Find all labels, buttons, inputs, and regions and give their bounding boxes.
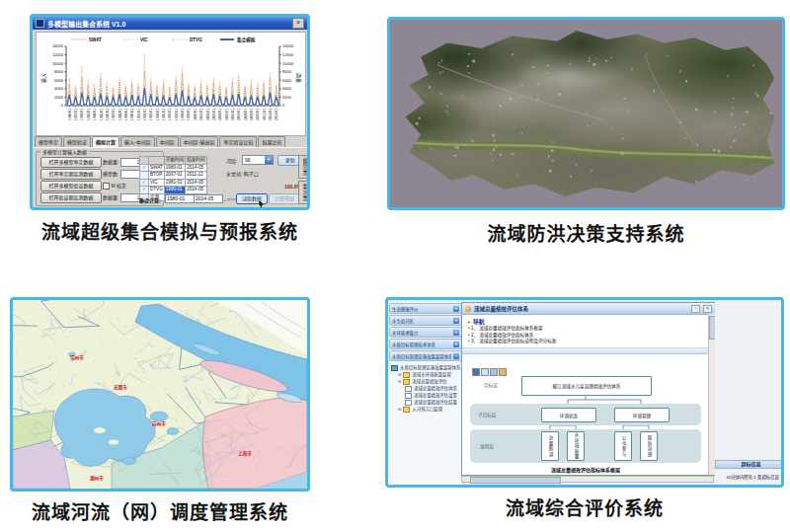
checkbox-icon[interactable] <box>103 183 110 190</box>
toggle-icon[interactable]: ⊟ <box>398 378 401 385</box>
terrain-3d-view[interactable] <box>398 26 778 202</box>
subgoal-box-2: 环境管理 <box>614 408 670 422</box>
tree-item[interactable]: 流域总量绩效评估结果 <box>389 399 462 406</box>
svg-text:1988/01: 1988/01 <box>118 109 122 120</box>
svg-text:2000: 2000 <box>54 95 64 100</box>
tab-4[interactable]: 输入-中间层 <box>120 136 155 147</box>
terrain-overlay <box>398 26 783 207</box>
tab-5[interactable]: 中间层 <box>156 136 179 147</box>
tree-item[interactable]: 水质目标管理实施效果监管体系 <box>389 364 462 371</box>
expand-icon[interactable]: + <box>453 342 459 347</box>
group-title: 多模型计算输入数据 <box>40 148 89 155</box>
svg-text:2002/01: 2002/01 <box>206 109 210 120</box>
toggle-icon[interactable]: ⊞ <box>398 371 401 378</box>
side-tab-1[interactable]: 模拟设置 <box>298 155 308 179</box>
expand-icon[interactable]: + <box>453 318 459 324</box>
system-icon <box>391 365 398 371</box>
minimize-icon[interactable]: ▫ <box>691 305 700 313</box>
table-row[interactable]: BTOP2007-012011-12 <box>140 172 207 180</box>
svg-text:2009/01: 2009/01 <box>250 109 254 120</box>
tab-1[interactable]: 模型率定 <box>35 136 62 147</box>
toggle-icon[interactable]: ⊞ <box>398 406 401 413</box>
sidebar-item-2[interactable]: 水生态分区+ <box>389 315 462 326</box>
clipped-widget <box>536 485 623 488</box>
goal-box: 椒江流域水污染治理绩效评估体系 <box>521 376 652 396</box>
open-data-button-3[interactable]: 打开多模型验证数据 <box>40 181 102 191</box>
sidebar-item-5[interactable]: 水质目标管理实施效果监管体系− <box>389 350 462 361</box>
nav-block: ▸ 导航 • 1、 流域总量绩效评估指标体系框架• 2、 流域总量绩效评估指标体… <box>462 315 715 347</box>
sidebar-item-3[interactable]: 水环境承载力+ <box>389 327 462 338</box>
row-checkbox[interactable] <box>140 172 149 180</box>
document-icon <box>405 400 412 406</box>
reach-combobox[interactable]: 96 ▼ <box>242 155 274 165</box>
reach-label: 河段: <box>226 157 237 164</box>
nav-header: ▸ 导航 <box>468 317 709 326</box>
svg-text:1989/01: 1989/01 <box>124 109 128 120</box>
correction-checkbox: M 校正 <box>103 182 126 190</box>
side-tab-2[interactable]: 集合设置 <box>298 181 308 204</box>
document-icon <box>405 386 412 392</box>
caption-simulation-system: 流域超级集合模拟与预报系统 <box>30 217 310 244</box>
table-row[interactable]: ✓VIC1981-012014-05 <box>140 179 207 187</box>
svg-text:2013/01: 2013/01 <box>275 109 278 120</box>
start-date-input[interactable]: 1980-01 <box>165 194 195 203</box>
city-label: 苏州市 <box>152 420 166 427</box>
start-calc-button[interactable]: 计算开始 <box>269 193 300 204</box>
svg-text:流量: 流量 <box>295 73 302 83</box>
svg-text:1999/01: 1999/01 <box>187 109 191 120</box>
close-icon[interactable]: × <box>292 18 304 29</box>
indicator-diagram: 目标层 椒江流域水污染治理绩效评估体系 子目标层 环境状态 环境管理 准则层 总… <box>470 368 701 473</box>
row-checkbox[interactable]: ✓ <box>140 164 149 172</box>
tree-item[interactable]: ⊞入河排污口监管 <box>389 406 462 413</box>
panel-flood-decision-system <box>387 17 785 210</box>
nav-items: • 1、 流域总量绩效评估指标体系框架• 2、 流域总量绩效评估指标体系• 3、… <box>468 326 709 345</box>
tab-2[interactable]: 模型验证 <box>63 136 91 147</box>
separator-band <box>462 347 715 354</box>
tab-strip: 模型率定模型验证模拟计算输入-中间层中间层中间层-输出层率定验证比较结果比较 <box>35 136 307 147</box>
table-row[interactable]: ✓SWAT1980-012014-05 <box>140 164 207 172</box>
expand-icon[interactable]: + <box>453 306 459 312</box>
window-titlebar: 多模型输出集合系统 V1.0 × <box>33 17 307 30</box>
diagram-caption: 流域总量绩效评估指标体系框架 <box>470 466 701 473</box>
expand-icon[interactable]: − <box>453 353 459 359</box>
river-network-map[interactable]: 常州市无锡市苏州市上海市湖州市 <box>13 300 307 489</box>
cursor-icon <box>258 199 266 209</box>
tree-item[interactable]: ⊟流域总量绩效评估 <box>389 378 462 385</box>
end-date-input[interactable]: 2014-05 <box>194 194 223 203</box>
open-data-button-1[interactable]: 打开多模型率定数据 <box>40 157 102 168</box>
horizontal-scrollbar[interactable] <box>461 476 714 483</box>
table-row[interactable]: ✓DTVG1980-012014-05 <box>140 187 207 194</box>
row-checkbox[interactable]: ✓ <box>140 179 149 187</box>
tree-item[interactable]: 流域总量绩效评估体系 <box>389 385 462 392</box>
expand-icon[interactable]: + <box>453 330 459 336</box>
vertical-scrollbar[interactable] <box>708 314 715 475</box>
scroll-thumb[interactable] <box>470 477 561 484</box>
open-data-button-4[interactable]: 打开验证期实测数据 <box>40 192 102 203</box>
row-checkbox[interactable]: ✓ <box>140 187 149 194</box>
tab-8[interactable]: 结果比较 <box>258 136 285 147</box>
svg-text:2005/01: 2005/01 <box>225 109 229 120</box>
tab-3[interactable]: 模拟计算 <box>92 136 119 147</box>
chevron-down-icon[interactable]: ▼ <box>265 156 273 164</box>
close-icon[interactable]: × <box>703 305 712 313</box>
tab-7[interactable]: 率定验证比较 <box>219 136 257 147</box>
svg-text:1985/01: 1985/01 <box>100 109 104 120</box>
open-data-button-2[interactable]: 打开率定期实测数据 <box>40 169 102 180</box>
folder-icon <box>403 407 410 413</box>
svg-text:1982/01: 1982/01 <box>80 109 84 120</box>
svg-text:1995/01: 1995/01 <box>162 109 166 120</box>
tab-6[interactable]: 中间层-输出层 <box>180 136 219 147</box>
svg-text:2008/01: 2008/01 <box>244 109 248 120</box>
svg-text:VIC: VIC <box>140 38 148 42</box>
sidebar-item-4[interactable]: 水质目标管理技术体系+ <box>389 339 462 349</box>
city-label: 上海市 <box>238 450 252 457</box>
side-vertical-tabs: 模拟设置集合设置 <box>298 155 307 206</box>
svg-text:输入: 输入 <box>40 73 47 83</box>
tree-item[interactable]: ⊞流域水环境质量监管 <box>389 371 462 378</box>
tree-item[interactable]: 流域总量绩效评估设置 <box>389 392 462 399</box>
criteria-box-4: 联防治理 <box>640 431 658 461</box>
caption-evaluation-system: 流域综合评价系统 <box>385 494 784 520</box>
sidebar-item-1[interactable]: 生态健康评价+ <box>389 303 462 314</box>
nav-item-3[interactable]: • 3、 流域总量绩效评估指标说明及评分标准 <box>468 339 709 345</box>
svg-text:2011/01: 2011/01 <box>263 109 267 120</box>
